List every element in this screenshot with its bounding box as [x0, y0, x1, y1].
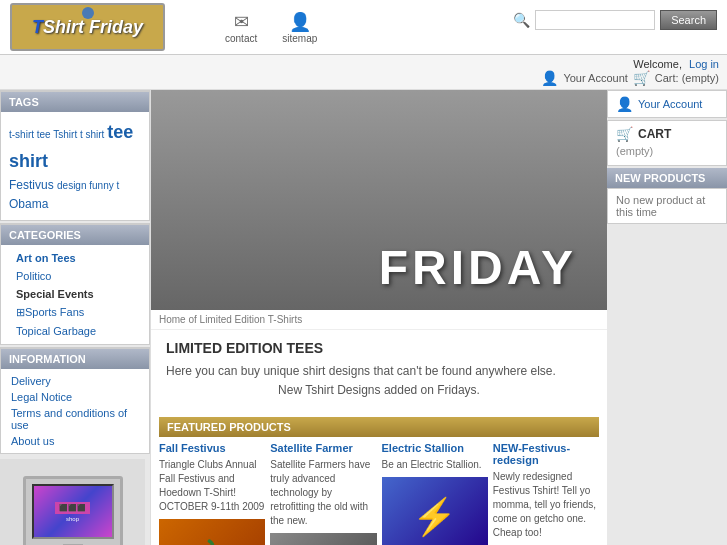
- account-person-icon: 👤: [541, 70, 558, 86]
- tags-section: TAGS t-shirt tee Tshirt t shirt tee shir…: [0, 90, 150, 221]
- search-button[interactable]: Search: [660, 10, 717, 30]
- logo[interactable]: TShirt Friday: [10, 3, 165, 51]
- fall-img-icon: 🎃: [190, 538, 235, 545]
- layout: TAGS t-shirt tee Tshirt t shirt tee shir…: [0, 90, 727, 545]
- tags-content: t-shirt tee Tshirt t shirt tee shirt Fes…: [1, 112, 149, 220]
- top-bar: Welcome, Log in 👤 Your Account 🛒 Cart: (…: [0, 55, 727, 90]
- category-topical-garbage[interactable]: Topical Garbage: [1, 322, 149, 340]
- tag-funny[interactable]: funny: [89, 180, 116, 191]
- limited-desc: Here you can buy unique shirt designs th…: [166, 364, 592, 378]
- sitemap-nav[interactable]: 👤 sitemap: [282, 11, 317, 44]
- tags-header: TAGS: [1, 91, 149, 112]
- products-grid: Fall Festivus Triangle Clubs Annual Fall…: [159, 442, 599, 545]
- logo-t-letter: T: [32, 17, 43, 37]
- product-fall-festivus: Fall Festivus Triangle Clubs Annual Fall…: [159, 442, 265, 545]
- electric-img-icon: ⚡: [412, 496, 457, 538]
- sitemap-label: sitemap: [282, 33, 317, 44]
- logo-shirt-text: Shirt: [43, 17, 89, 37]
- welcome-text: Welcome,: [633, 58, 682, 70]
- tag-obama[interactable]: Obama: [9, 197, 48, 211]
- product-desc-satellite: Satellite Farmers have truly advanced te…: [270, 458, 376, 528]
- categories-content: Art on Tees Politico Special Events ⊞Spo…: [1, 245, 149, 344]
- info-delivery[interactable]: Delivery: [1, 373, 149, 389]
- limited-section: LIMITED EDITION TEES Here you can buy un…: [151, 330, 607, 417]
- search-input[interactable]: [535, 10, 655, 30]
- category-politico[interactable]: Politico: [1, 267, 149, 285]
- featured-header: FEATURED PRODUCTS: [159, 417, 599, 437]
- new-designs-text: New Tshirt Designs added on Fridays.: [166, 383, 592, 397]
- tag-design[interactable]: design: [57, 180, 89, 191]
- cart-label: CART: [638, 127, 671, 141]
- cart-area: 🛒 CART (empty): [607, 120, 727, 166]
- product-name-satellite[interactable]: Satellite Farmer: [270, 442, 376, 454]
- spacer: [0, 55, 533, 89]
- product-festivus-redesign: NEW-Festivus-redesign Newly redesigned F…: [493, 442, 599, 545]
- category-art-on-tees[interactable]: Art on Tees: [1, 249, 149, 267]
- home-text: Home of Limited Edition T-Shirts: [151, 310, 607, 330]
- cart-empty-status: (empty): [616, 142, 718, 160]
- hero-banner: FRIDAY: [151, 90, 607, 310]
- contact-nav[interactable]: ✉ contact: [225, 11, 257, 44]
- account-icon: 👤: [616, 96, 633, 112]
- search-area: 🔍 Search: [513, 10, 717, 30]
- tag-tshirt2[interactable]: Tshirt: [53, 129, 80, 140]
- main-content: FRIDAY Home of Limited Edition T-Shirts …: [150, 90, 607, 545]
- account-link[interactable]: Your Account: [638, 98, 702, 110]
- search-magnifier-icon: 🔍: [513, 12, 530, 28]
- right-sidebar: 👤 Your Account 🛒 CART (empty) NEW PRODUC…: [607, 90, 727, 545]
- tag-t[interactable]: t: [117, 180, 120, 191]
- new-products-header: NEW PRODUCTS: [607, 168, 727, 188]
- tag-festivus[interactable]: Festivus: [9, 178, 57, 192]
- product-desc-electric: Be an Electric Stallion.: [382, 458, 488, 472]
- login-link[interactable]: Log in: [689, 58, 719, 70]
- account-link[interactable]: Your Account: [563, 72, 627, 84]
- contact-icon: ✉: [234, 11, 249, 33]
- product-img-satellite[interactable]: 📡: [270, 533, 376, 545]
- info-legal[interactable]: Legal Notice: [1, 389, 149, 405]
- info-section: INFORMATION Delivery Legal Notice Terms …: [0, 347, 150, 454]
- left-sidebar: TAGS t-shirt tee Tshirt t shirt tee shir…: [0, 90, 150, 545]
- cart-shopping-icon: 🛒: [616, 126, 633, 142]
- product-satellite-farmer: Satellite Farmer Satellite Farmers have …: [270, 442, 376, 545]
- cart-icon-top: 🛒: [633, 70, 650, 86]
- screen-content: ⬛⬛⬛ shop: [55, 502, 90, 522]
- new-products-area: No new product at this time: [607, 188, 727, 224]
- featured-section: FEATURED PRODUCTS Fall Festivus Triangle…: [151, 417, 607, 545]
- cart-header: 🛒 CART: [616, 126, 718, 142]
- hero-friday-text: FRIDAY: [379, 240, 577, 295]
- sitemap-icon: 👤: [289, 11, 311, 33]
- logo-text: TShirt Friday: [32, 17, 143, 38]
- monitor: ⬛⬛⬛ shop: [23, 476, 123, 545]
- product-name-electric[interactable]: Electric Stallion: [382, 442, 488, 454]
- logo-friday-text: Friday: [89, 17, 143, 37]
- product-electric-stallion: Electric Stallion Be an Electric Stallio…: [382, 442, 488, 545]
- tag-tshirt[interactable]: t-shirt tee: [9, 129, 53, 140]
- welcome-line: Welcome, Log in: [633, 58, 719, 70]
- categories-section: CATEGORIES Art on Tees Politico Special …: [0, 223, 150, 345]
- contact-label: contact: [225, 33, 257, 44]
- product-desc-fall: Triangle Clubs Annual Fall Festivus and …: [159, 458, 265, 514]
- info-header: INFORMATION: [1, 348, 149, 369]
- info-terms[interactable]: Terms and conditions of use: [1, 405, 149, 433]
- account-cart-row: 👤 Your Account 🛒 Cart: (empty): [541, 70, 719, 86]
- product-desc-festivus: Newly redesigned Festivus Tshirt! Tell y…: [493, 470, 599, 540]
- limited-title: LIMITED EDITION TEES: [166, 340, 592, 356]
- computer-image: ⬛⬛⬛ shop: [0, 459, 145, 545]
- category-special-events[interactable]: Special Events: [1, 285, 149, 303]
- product-name-fall[interactable]: Fall Festivus: [159, 442, 265, 454]
- header: TShirt Friday ✉ contact 👤 sitemap 🔍 Sear…: [0, 0, 727, 55]
- info-content: Delivery Legal Notice Terms and conditio…: [1, 369, 149, 453]
- nav-icons: ✉ contact 👤 sitemap: [225, 11, 317, 44]
- info-about[interactable]: About us: [1, 433, 149, 449]
- product-img-fall[interactable]: 🎃: [159, 519, 265, 545]
- product-name-festivus[interactable]: NEW-Festivus-redesign: [493, 442, 599, 466]
- category-sports-fans[interactable]: ⊞Sports Fans: [1, 303, 149, 322]
- welcome-cart-area: Welcome, Log in 👤 Your Account 🛒 Cart: (…: [533, 55, 727, 89]
- account-area: 👤 Your Account: [607, 90, 727, 118]
- tag-tshirt3[interactable]: t shirt: [80, 129, 107, 140]
- cart-status-top: Cart: (empty): [655, 72, 719, 84]
- categories-header: CATEGORIES: [1, 224, 149, 245]
- new-products-section: NEW PRODUCTS No new product at this time: [607, 168, 727, 224]
- cart-section: 🛒 CART (empty): [607, 120, 727, 166]
- product-img-electric[interactable]: ⚡: [382, 477, 488, 545]
